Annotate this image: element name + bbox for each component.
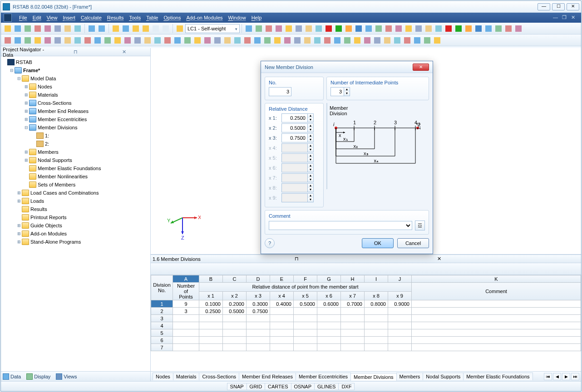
toolbar-button[interactable] [334, 24, 344, 34]
tree-item[interactable]: ⊞Members [2, 148, 149, 156]
toolbar-button[interactable] [141, 24, 151, 34]
toolbar-button[interactable] [83, 35, 93, 45]
panel-pin-icon[interactable]: ⊓ [295, 256, 437, 262]
toolbar-button[interactable] [87, 24, 97, 34]
toolbar-button[interactable] [424, 24, 434, 34]
tree-item[interactable]: ⊞Add-on Modules [2, 230, 149, 238]
toolbar-button[interactable] [412, 35, 422, 45]
loadcase-icon[interactable] [175, 24, 185, 34]
toolbar-button[interactable] [332, 35, 342, 45]
toolbar-button[interactable] [121, 24, 131, 34]
toolbar-button[interactable] [212, 35, 222, 45]
panel-tab[interactable]: Cross-Sections [199, 372, 239, 380]
toolbar-button[interactable] [244, 24, 254, 34]
comment-pick-button[interactable]: ☲ [415, 220, 425, 230]
tree-item[interactable]: ⊞Nodal Supports [2, 156, 149, 164]
toolbar-button[interactable] [493, 24, 503, 34]
toolbar-button[interactable] [422, 35, 432, 45]
tree-item[interactable]: ⊞Loads [2, 197, 149, 205]
toolbar-button[interactable] [161, 24, 171, 34]
minimize-button[interactable]: — [538, 3, 550, 10]
toolbar-button[interactable] [202, 35, 212, 45]
toolbar-button[interactable] [284, 24, 294, 34]
toolbar-button[interactable] [254, 24, 264, 34]
toolbar-button[interactable] [264, 24, 274, 34]
panel-tab[interactable]: Member Elastic Foundations [463, 372, 533, 380]
toolbar-button[interactable] [73, 35, 83, 45]
toolbar-button[interactable] [434, 24, 444, 34]
status-toggle[interactable]: OSNAP [291, 383, 315, 390]
toolbar-button[interactable] [314, 24, 324, 34]
menu-add-on-modules[interactable]: Add-on Modules [183, 14, 225, 21]
toolbar-button[interactable] [13, 24, 23, 34]
navigator-tab-data[interactable]: Data [3, 373, 21, 380]
tree-item[interactable]: ⊞Load Cases and Combinations [2, 189, 149, 197]
toolbar-button[interactable] [312, 35, 322, 45]
tree-item[interactable]: RSTAB [2, 58, 149, 66]
panel-tab[interactable]: Member Eccentricities [296, 372, 351, 380]
menu-calculate[interactable]: Calculate [78, 14, 104, 21]
toolbar-button[interactable] [372, 35, 382, 45]
tree-item[interactable]: Printout Reports [2, 213, 149, 221]
tab-prev-button[interactable]: ◀ [553, 373, 561, 380]
toolbar-button[interactable] [374, 24, 384, 34]
toolbar-button[interactable] [274, 24, 284, 34]
toolbar-button[interactable] [483, 24, 493, 34]
menu-file[interactable]: File [16, 14, 30, 21]
toolbar-button[interactable] [272, 35, 282, 45]
toolbar-button[interactable] [454, 24, 464, 34]
toolbar-button[interactable] [53, 24, 63, 34]
toolbar-button[interactable] [182, 35, 192, 45]
toolbar-button[interactable] [392, 35, 402, 45]
toolbar-button[interactable] [362, 35, 372, 45]
tree-item[interactable]: ⊞Materials [2, 91, 149, 99]
toolbar-button[interactable] [113, 35, 123, 45]
menu-window[interactable]: Window [226, 14, 249, 21]
menu-view[interactable]: View [44, 14, 60, 21]
toolbar-button[interactable] [173, 35, 182, 45]
navigator-tab-display[interactable]: Display [26, 373, 50, 380]
toolbar-button[interactable] [143, 35, 153, 45]
tree-item[interactable]: ⊟Model Data [2, 74, 149, 83]
toolbar-button[interactable] [292, 35, 302, 45]
toolbar-button[interactable] [294, 24, 304, 34]
tree-item[interactable]: ⊞Nodes [2, 83, 149, 91]
status-toggle[interactable]: CARTES [265, 383, 291, 390]
toolbar-button[interactable] [414, 24, 424, 34]
toolbar-button[interactable] [352, 35, 362, 45]
close-button[interactable]: ✕ [567, 3, 579, 10]
toolbar-button[interactable] [384, 24, 394, 34]
status-toggle[interactable]: GLINES [314, 383, 339, 390]
toolbar-button[interactable] [153, 35, 163, 45]
toolbar-button[interactable] [503, 24, 513, 34]
panel-tab[interactable]: Nodal Supports [423, 372, 464, 380]
toolbar-button[interactable] [163, 35, 173, 45]
input-intermediate-points[interactable]: ▲▼ [330, 87, 350, 96]
tree-item[interactable]: ⊞Stand-Alone Programs [2, 238, 149, 246]
input-x3[interactable]: ▲▼ [281, 133, 314, 142]
toolbar-button[interactable] [53, 35, 63, 45]
toolbar-button[interactable] [354, 24, 364, 34]
status-toggle[interactable]: DXF [338, 383, 355, 390]
panel-tab[interactable]: Members [396, 372, 424, 380]
toolbar-button[interactable] [432, 35, 442, 45]
maximize-button[interactable]: ☐ [552, 3, 565, 10]
navigator-tab-views[interactable]: Views [56, 373, 77, 380]
toolbar-button[interactable] [322, 35, 332, 45]
toolbar-button[interactable] [33, 24, 43, 34]
toolbar-button[interactable] [513, 24, 523, 34]
tree-item[interactable]: Member Nonlinearities [2, 172, 149, 181]
dialog-close-button[interactable]: ✕ [413, 64, 429, 71]
toolbar-button[interactable] [63, 35, 73, 45]
toolbar-button[interactable] [3, 35, 13, 45]
toolbar-button[interactable] [282, 35, 292, 45]
pin-icon[interactable]: ⊓ [51, 49, 100, 55]
tree-item[interactable]: ⊞Guide Objects [2, 221, 149, 230]
tab-last-button[interactable]: ⏭ [571, 373, 579, 380]
toolbar-button[interactable] [131, 24, 141, 34]
toolbar-button[interactable] [324, 24, 334, 34]
help-button[interactable]: ? [265, 238, 275, 248]
panel-tab[interactable]: Nodes [153, 372, 173, 380]
toolbar-button[interactable] [394, 24, 404, 34]
status-toggle[interactable]: GRID [247, 383, 266, 390]
